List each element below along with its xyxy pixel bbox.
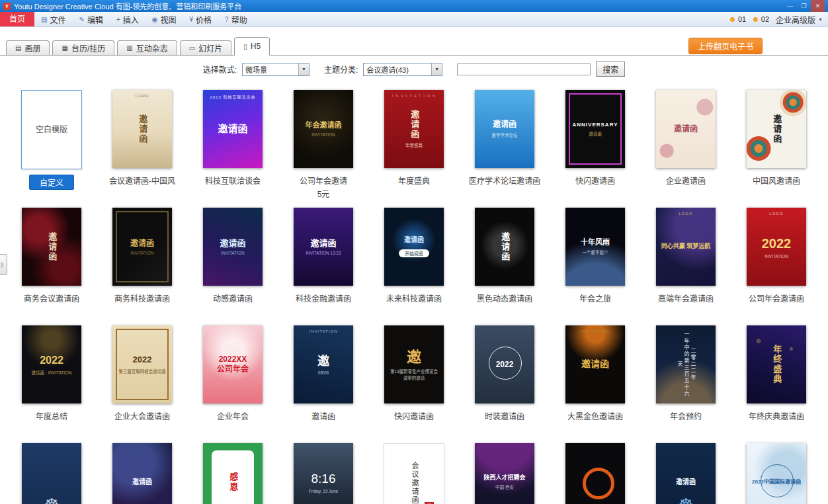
template-cell: 空白模版自定义 (7, 90, 97, 208)
template-thumbnail[interactable]: LOGO同心共赢 筑梦远航 (656, 208, 716, 286)
menu-price[interactable]: ¥价格 (183, 12, 219, 26)
template-label: 未来科技邀请函 (386, 292, 442, 304)
template-price: 5元 (317, 188, 330, 199)
tab-magazine[interactable]: ▥互动杂志 (117, 40, 177, 55)
template-thumbnail[interactable]: 邀请函 (747, 90, 806, 168)
template-thumbnail[interactable]: 2023 科技互联洽谈会邀请函 (203, 90, 263, 168)
window-title: Youtu Designer Creative Cloud 有图-领先的创意、营… (14, 1, 241, 11)
template-thumbnail[interactable]: 邀请函开始阅览 (384, 208, 444, 286)
app-logo-icon: Y (3, 3, 11, 10)
menu-insert[interactable]: +插入 (110, 12, 145, 26)
template-thumbnail[interactable]: 邀请函 (475, 208, 534, 286)
template-cell: 陕西人才招聘会中国·西安 (460, 443, 550, 504)
template-label: 企业大会邀请函 (114, 410, 170, 421)
thumbnail-title-text: 邀 (317, 354, 329, 369)
template-label: 中国风邀请函 (753, 175, 800, 186)
style-select[interactable]: 微场景 ▼ (242, 63, 310, 76)
template-thumbnail[interactable]: 8:16Friday, 19 June (294, 443, 353, 504)
template-cell: 邀请函INVITATION商务科技邀请函 (97, 208, 188, 325)
menu-view[interactable]: ◉视图 (145, 12, 183, 26)
template-cell: 邀请函INVITATION动感邀请函 (188, 208, 278, 325)
thumbnail-top-text: CARD (112, 94, 172, 98)
minimize-icon[interactable]: — (783, 0, 797, 12)
tab-strip: ▤画册▦台历/挂历▥互动杂志▭幻灯片▯H5 上传翻页电子书 (0, 37, 828, 56)
account-badge-1[interactable]: ☻01 (728, 15, 746, 23)
template-cell: LOGO同心共赢 筑梦远航高端年会邀请函 (641, 208, 731, 325)
template-cell: INVITATION邀08/06邀请函 (278, 325, 369, 443)
template-thumbnail[interactable]: ☸ (22, 443, 81, 504)
template-cell: LOGO2022INVITATION公司年会邀请函 (731, 208, 822, 325)
menu-help[interactable]: ?帮助 (218, 12, 254, 26)
template-thumbnail[interactable]: 2022邀请函 · INVITATION (22, 325, 81, 403)
maximize-icon[interactable]: ❐ (797, 0, 811, 12)
template-thumbnail[interactable]: 2022 (475, 325, 534, 403)
version-selector[interactable]: 企业高级版 ▼ (776, 14, 823, 25)
menu-home[interactable]: 首页 (0, 12, 34, 26)
close-icon[interactable]: ✕ (811, 0, 825, 12)
thumbnail-sub-text: 第三届互联网峰会邀请函 (116, 368, 169, 374)
template-label: 商务科技邀请函 (114, 292, 170, 304)
thumbnail-title-text: 邀请函 (46, 232, 57, 262)
template-cell: 邀会议邀请函 (369, 443, 460, 504)
thumbnail-title-text: 2022 (496, 360, 514, 370)
thumbnail-title-text: 邀请函 (130, 239, 154, 249)
template-thumbnail[interactable]: 邀请函 (112, 443, 172, 504)
template-cell: 2022XX 公司年会企业年会 (188, 325, 278, 443)
customize-button[interactable]: 自定义 (29, 175, 74, 190)
template-thumbnail[interactable]: 陕西人才招聘会中国·西安 (475, 443, 534, 504)
template-thumbnail[interactable]: 邀会议邀请函 (384, 443, 444, 504)
search-button[interactable]: 搜索 (596, 62, 625, 77)
template-thumbnail[interactable]: 邀请函 (656, 90, 716, 168)
template-thumbnail[interactable]: 年会邀请函INVITATION (294, 90, 353, 168)
template-thumbnail[interactable]: 邀第13届新零售产业博览会 诚挚的邀请 (384, 325, 444, 403)
template-cell (550, 443, 641, 504)
tab-calendar[interactable]: ▦台历/挂历 (52, 40, 114, 55)
template-cell: CARD邀请函会议邀请函-中国风 (97, 90, 188, 208)
thumbnail-title-text: 同心共赢 筑梦远航 (661, 243, 711, 250)
search-input[interactable] (457, 63, 591, 75)
template-thumbnail[interactable]: 邀请函 (22, 208, 81, 286)
template-thumbnail[interactable]: INVITATION邀请函 (565, 325, 625, 403)
template-thumbnail[interactable] (565, 443, 625, 504)
template-thumbnail[interactable]: 十年风雨一个都不能少 (565, 208, 625, 286)
thumbnail-title-text: 会议邀请函 (409, 462, 419, 504)
menu-edit[interactable]: ✎编辑 (72, 12, 109, 26)
tab-h5[interactable]: ▯H5 (234, 37, 270, 56)
template-label: 科技金融邀请函 (296, 292, 351, 304)
blank-template-thumbnail[interactable]: 空白模版 (21, 90, 82, 169)
category-select[interactable]: 会议邀请(43) ▼ (363, 63, 442, 76)
template-thumbnail[interactable]: 2022第三届互联网峰会邀请函 (112, 325, 172, 403)
thumbnail-sub-text: 第13届新零售产业博览会 诚挚的邀请 (388, 368, 440, 381)
template-cell: 十年风雨一个都不能少年会之旅 (550, 208, 641, 325)
template-thumbnail[interactable]: 2022中国国际邀请函 (747, 443, 806, 504)
template-cell: 年终盛典年终庆典邀请函 (731, 325, 822, 443)
tab-slides[interactable]: ▭幻灯片 (180, 40, 231, 55)
upload-ebook-button[interactable]: 上传翻页电子书 (688, 38, 763, 54)
account-badge-2[interactable]: ☻02 (751, 15, 769, 23)
template-thumbnail[interactable]: 2022XX 公司年会 (203, 325, 263, 403)
chevron-down-icon: ▼ (818, 17, 823, 22)
tab-album[interactable]: ▤画册 (6, 40, 50, 55)
template-thumbnail[interactable]: CARD邀请函 (112, 90, 172, 168)
thumbnail-top-text: 2023 科技互联洽谈会 (203, 94, 263, 100)
eye-icon: ◉ (152, 16, 158, 23)
menu-file[interactable]: ▤文件 (34, 12, 72, 26)
thumbnail-title-text: 陕西人才招聘会 (483, 474, 525, 482)
template-thumbnail[interactable]: INVITATION邀08/06 (294, 325, 353, 403)
menu-bar: 首页 ▤文件✎编辑+插入◉视图¥价格?帮助 ☻01☻02 企业高级版 ▼ (0, 12, 828, 27)
template-thumbnail[interactable]: I N V I T A T I O N邀请函年度盛典 (384, 90, 444, 168)
template-thumbnail[interactable]: 邀请函INVITATION 13:22 (294, 208, 353, 286)
template-thumbnail[interactable]: 二零二二年 一年中的第三百五十六天 (656, 325, 716, 403)
template-thumbnail[interactable]: 感恩 (203, 443, 263, 504)
template-thumbnail[interactable]: LOGO2022INVITATION (747, 208, 806, 286)
template-thumbnail[interactable]: 年终盛典 (747, 325, 806, 403)
template-thumbnail[interactable]: 邀请函INVITATION (203, 208, 263, 286)
template-thumbnail[interactable]: ☸邀请函 (656, 443, 716, 504)
sidebar-expand-handle[interactable]: 》 (0, 254, 7, 275)
template-thumbnail[interactable]: 邀请函医学学术论坛 (475, 90, 534, 168)
template-thumbnail[interactable]: 邀请函INVITATION (112, 208, 172, 286)
category-filter-label: 主题分类: (324, 63, 358, 75)
template-thumbnail[interactable]: ANNIVERSARY邀请函 (565, 90, 625, 168)
template-label: 大黑金色邀请函 (567, 410, 623, 421)
tab-slides-label: 幻灯片 (198, 42, 222, 54)
